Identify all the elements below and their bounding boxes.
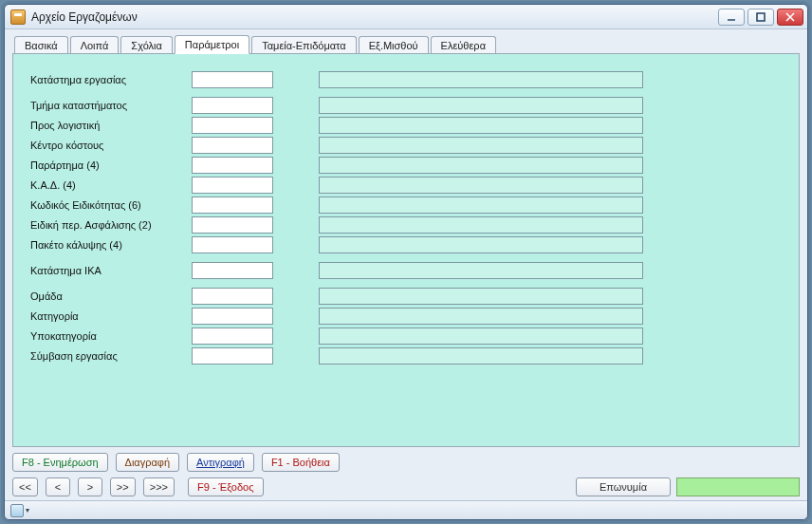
field-code-input[interactable] (192, 347, 273, 365)
field-label: Σύμβαση εργασίας (30, 350, 192, 362)
field-label: Κατάστημα εργασίας (30, 74, 192, 85)
field-label: Κωδικός Ειδικότητας (6) (30, 199, 192, 211)
field-code-input[interactable] (192, 71, 273, 88)
form-rows: Κατάστημα εργασίαςΤμήμα καταστήματοςΠρος… (30, 71, 785, 365)
field-code-input[interactable] (192, 97, 273, 114)
field-code-input[interactable] (192, 288, 273, 305)
field-code-input[interactable] (192, 328, 273, 345)
window-controls (718, 9, 803, 26)
close-button[interactable] (777, 9, 803, 26)
nav-first-button[interactable]: << (12, 477, 38, 496)
field-row: Πακέτο κάλυψης (4) (30, 236, 785, 253)
field-label: Κατάστημα ΙΚΑ (30, 265, 192, 276)
field-code-input[interactable] (192, 137, 273, 154)
field-row: Κατηγορία (30, 308, 785, 325)
svg-rect-1 (757, 13, 765, 21)
field-label: Πακέτο κάλυψης (4) (30, 239, 192, 251)
window-title: Αρχείο Εργαζομένων (31, 10, 718, 24)
minimize-button[interactable] (718, 9, 745, 26)
status-dropdown-icon[interactable]: ▾ (26, 506, 29, 515)
field-desc-input[interactable] (319, 347, 643, 365)
field-row: Υποκατηγορία (30, 328, 785, 345)
field-label: Κ.Α.Δ. (4) (30, 179, 192, 191)
field-desc-input[interactable] (319, 236, 643, 253)
field-row: Κατάστημα εργασίας (30, 71, 785, 88)
field-code-input[interactable] (192, 308, 273, 325)
field-label: Τμήμα καταστήματος (30, 100, 192, 111)
tabpage-parameters: Κατάστημα εργασίαςΤμήμα καταστήματοςΠρος… (12, 53, 800, 447)
nav-next-button[interactable]: > (78, 477, 102, 496)
field-label: Ομάδα (30, 290, 192, 302)
tab-5[interactable]: Εξ.Μισθού (359, 36, 429, 55)
nav-last-button[interactable]: >> (110, 477, 136, 496)
field-code-input[interactable] (192, 157, 273, 174)
field-label: Παράρτημα (4) (30, 159, 192, 171)
field-row: Κατάστημα ΙΚΑ (30, 262, 785, 279)
app-icon (10, 9, 26, 25)
name-label-button[interactable]: Επωνυμία (576, 477, 671, 496)
field-code-input[interactable] (192, 262, 273, 279)
toolbar-nav: << < > >> >>> F9 - Έξοδος Επωνυμία (12, 477, 800, 496)
field-desc-input[interactable] (319, 157, 643, 174)
field-row: Προς λογιστική (30, 117, 785, 134)
toolbar-main: F8 - Ενημέρωση Διαγραφή Αντιγραφή F1 - Β… (12, 453, 800, 472)
client-area: ΒασικάΛοιπάΣχόλιαΠαράμετροιΤαμεία-Επιδόμ… (5, 29, 807, 500)
statusbar: ▾ (5, 500, 807, 519)
field-code-input[interactable] (192, 177, 273, 194)
status-icon[interactable] (10, 504, 24, 517)
tab-0[interactable]: Βασικά (14, 36, 68, 55)
update-button[interactable]: F8 - Ενημέρωση (12, 453, 108, 472)
field-row: Ειδική περ. Ασφάλισης (2) (30, 216, 785, 234)
field-row: Τμήμα καταστήματος (30, 97, 785, 114)
tab-4[interactable]: Ταμεία-Επιδόματα (251, 36, 356, 55)
tab-1[interactable]: Λοιπά (70, 36, 120, 55)
field-desc-input[interactable] (319, 196, 643, 214)
field-label: Προς λογιστική (30, 120, 192, 131)
copy-button[interactable]: Αντιγραφή (187, 453, 254, 472)
field-label: Υποκατηγορία (30, 330, 192, 342)
exit-button[interactable]: F9 - Έξοδος (188, 477, 264, 496)
field-code-input[interactable] (192, 117, 273, 134)
field-label: Κατηγορία (30, 310, 192, 322)
delete-button[interactable]: Διαγραφή (116, 453, 180, 472)
field-desc-input[interactable] (319, 137, 643, 154)
name-block: Επωνυμία (576, 477, 800, 496)
field-code-input[interactable] (192, 216, 273, 234)
maximize-button[interactable] (747, 9, 774, 26)
field-label: Κέντρο κόστους (30, 140, 192, 151)
nav-prev-button[interactable]: < (46, 477, 70, 496)
field-row: Παράρτημα (4) (30, 157, 785, 174)
field-code-input[interactable] (192, 196, 273, 214)
app-window: Αρχείο Εργαζομένων ΒασικάΛοιπάΣχόλιαΠαρά… (4, 4, 808, 520)
tabstrip: ΒασικάΛοιπάΣχόλιαΠαράμετροιΤαμεία-Επιδόμ… (12, 35, 800, 54)
field-label: Ειδική περ. Ασφάλισης (2) (30, 219, 192, 231)
field-desc-input[interactable] (319, 97, 643, 114)
field-desc-input[interactable] (319, 262, 643, 279)
field-desc-input[interactable] (319, 288, 643, 305)
field-desc-input[interactable] (319, 308, 643, 325)
tab-3[interactable]: Παράμετροι (175, 35, 249, 54)
field-row: Κωδικός Ειδικότητας (6) (30, 196, 785, 214)
tab-6[interactable]: Ελεύθερα (431, 36, 496, 55)
field-code-input[interactable] (192, 236, 273, 253)
field-row: Ομάδα (30, 288, 785, 305)
field-row: Σύμβαση εργασίας (30, 347, 785, 365)
field-desc-input[interactable] (319, 177, 643, 194)
tab-2[interactable]: Σχόλια (120, 36, 173, 55)
field-desc-input[interactable] (319, 328, 643, 345)
name-field[interactable] (676, 477, 800, 496)
field-row: Κ.Α.Δ. (4) (30, 177, 785, 194)
titlebar: Αρχείο Εργαζομένων (5, 5, 807, 29)
field-desc-input[interactable] (319, 71, 643, 88)
field-desc-input[interactable] (319, 216, 643, 234)
field-desc-input[interactable] (319, 117, 643, 134)
nav-more-button[interactable]: >>> (143, 477, 175, 496)
field-row: Κέντρο κόστους (30, 137, 785, 154)
help-button[interactable]: F1 - Βοήθεια (262, 453, 340, 472)
